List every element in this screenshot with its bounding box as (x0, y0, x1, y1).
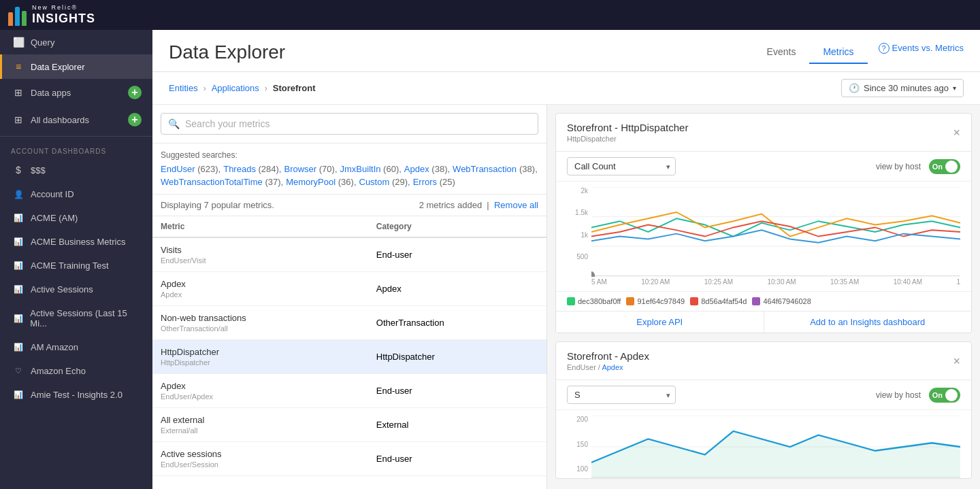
apdex-svg (591, 416, 960, 478)
table-row[interactable]: ApdexApdex Apdex (152, 272, 546, 306)
toggle-view-by-host[interactable]: On (929, 159, 960, 174)
tab-events[interactable]: Events (753, 41, 810, 64)
suggestion-memorypool[interactable]: MemoryPool (36), (286, 177, 356, 187)
time-filter[interactable]: 🕐 Since 30 minutes ago ▾ (841, 79, 964, 97)
sidebar-item-acme-business[interactable]: 📊 ACME Business Metrics (0, 230, 152, 254)
sidebar-item-active-sessions[interactable]: 📊 Active Sessions (0, 277, 152, 301)
logo-bar-1 (8, 12, 13, 26)
split-view: 🔍 Suggested searches: EndUser (623), Thr… (152, 105, 980, 489)
all-dashboards-icon: ⊞ (13, 114, 24, 125)
apdex-subtitle-link[interactable]: Apdex (602, 363, 623, 371)
legend-label: dec380baf0ff (578, 297, 621, 305)
sidebar-item-all-dashboards[interactable]: ⊞ All dashboards + (0, 106, 152, 133)
chart-footer: Explore API Add to an Insights dashboard (556, 311, 971, 333)
sidebar-item-amazon-echo[interactable]: ♡ Amazon Echo (0, 359, 152, 383)
sidebar-item-acme-am[interactable]: 📊 ACME (AM) (0, 206, 152, 230)
sidebar-item-am-amazon[interactable]: 📊 AM Amazon (0, 335, 152, 359)
time-filter-label: Since 30 minutes ago (864, 83, 949, 93)
sidebar-item-label: Data apps (31, 88, 71, 98)
clock-icon: 🕐 (849, 83, 860, 93)
search-bar: 🔍 (152, 105, 546, 144)
suggestion-apdex[interactable]: Apdex (38), (404, 164, 450, 174)
sidebar-item-active-sessions-15[interactable]: 📊 Active Sessions (Last 15 Mi... (0, 301, 152, 335)
sidebar-item-data-explorer[interactable]: ≡ Data Explorer (0, 54, 152, 79)
search-input-wrap: 🔍 (161, 113, 538, 135)
logo-bars (8, 4, 27, 26)
apdex-metric-select[interactable]: S (567, 386, 676, 404)
view-by-host-label: view by host (876, 162, 921, 171)
breadcrumb-entities[interactable]: Entities (169, 83, 198, 93)
suggested-searches: Suggested searches: EndUser (623), Threa… (152, 144, 546, 195)
sidebar-item-label: Query (31, 37, 54, 48)
apdex-y-labels: 200 150 100 (567, 416, 591, 473)
sidebar: ⬜ Query ≡ Data Explorer ⊞ Data apps + ⊞ … (0, 30, 152, 489)
metric-select[interactable]: Call Count (567, 157, 676, 175)
suggestion-browser[interactable]: Browser (70), (284, 164, 337, 174)
suggested-label: Suggested searches: (161, 150, 538, 160)
suggestion-webtransaction[interactable]: WebTransaction (453, 164, 517, 174)
help-icon: ? (879, 43, 889, 54)
sidebar-item-query[interactable]: ⬜ Query (0, 30, 152, 54)
sidebar-item-label: Account ID (31, 189, 74, 199)
sidebar-item-amie-test[interactable]: 📊 Amie Test - Insights 2.0 (0, 383, 152, 407)
display-text: Displaying 7 popular metrics. (161, 200, 274, 210)
sidebar-item-dollar[interactable]: $ $$$ (0, 158, 152, 182)
close-apdex-button[interactable]: × (953, 355, 960, 367)
apdex-select-wrap: S (567, 386, 676, 404)
col-category: Category (368, 216, 546, 237)
sidebar-item-label: ACME Training Test (31, 260, 109, 271)
svg-marker-8 (591, 431, 960, 477)
query-icon: ⬜ (13, 37, 24, 48)
breadcrumb-applications[interactable]: Applications (212, 83, 259, 93)
suggestion-enduser[interactable]: EndUser (623), (161, 164, 220, 174)
help-link[interactable]: ? Events vs. Metrics (879, 43, 964, 62)
table-row[interactable]: VisitsEndUser/Visit End-user (152, 237, 546, 272)
sidebar-item-label: $$$ (31, 165, 46, 175)
acme-training-icon: 📊 (13, 261, 24, 270)
chart-controls: Call Count view by host On (556, 152, 971, 182)
sidebar-item-label: ACME (AM) (31, 213, 78, 223)
toggle-apdex[interactable]: On (929, 388, 960, 403)
suggestion-jmxbuiltin[interactable]: JmxBuiltIn (60), (340, 164, 402, 174)
page-title: Data Explorer (169, 41, 285, 63)
sidebar-item-acme-training[interactable]: 📊 ACME Training Test (0, 254, 152, 277)
tab-metrics[interactable]: Metrics (809, 41, 867, 64)
sidebar-item-label: Active Sessions (Last 15 Mi... (30, 308, 142, 328)
col-metric: Metric (152, 216, 368, 237)
search-input[interactable] (185, 118, 531, 129)
sidebar-item-account-id[interactable]: 👤 Account ID (0, 182, 152, 206)
explore-api-button[interactable]: Explore API (556, 311, 764, 333)
table-row[interactable]: All externalExternal/all External (152, 408, 546, 442)
remove-all-button[interactable]: Remove all (494, 200, 538, 210)
sidebar-item-data-apps[interactable]: ⊞ Data apps + (0, 79, 152, 106)
suggestion-threads[interactable]: Threads (284), (223, 164, 281, 174)
suggestion-custom[interactable]: Custom (29), (359, 177, 410, 187)
add-dashboard-button[interactable]: + (128, 113, 142, 127)
suggestion-webtransactiontotaltime[interactable]: WebTransactionTotalTime (37), (161, 177, 283, 187)
active-sessions-icon: 📊 (13, 285, 24, 294)
breadcrumb-storefront: Storefront (273, 83, 316, 93)
svg-point-4 (591, 271, 595, 277)
chevron-down-icon: ▾ (953, 84, 956, 92)
data-explorer-icon: ≡ (13, 61, 24, 72)
chart-y-labels: 2k 1.5k 1k 500 (567, 187, 591, 260)
table-row[interactable]: ApdexEndUser/Apdex End-user (152, 374, 546, 408)
toggle-knob-apdex (945, 389, 958, 401)
table-row[interactable]: HttpDispatcherHttpDispatcher HttpDispatc… (152, 340, 546, 374)
add-to-insights-button[interactable]: Add to an Insights dashboard (764, 311, 972, 333)
toggle-label-apdex: On (932, 391, 943, 399)
chart-card-apdex: Storefront - Apdex EndUser / Apdex × S (555, 341, 972, 479)
breadcrumb-sep-1: › (203, 84, 206, 93)
metrics-added: 2 metrics added | Remove all (419, 200, 538, 210)
chart-card-httpdispatcher: Storefront - HttpDispatcher HttpDispatch… (555, 113, 972, 333)
suggestion-errors[interactable]: Errors (25) (413, 177, 455, 187)
table-row[interactable]: Active sessionsEndUser/Session End-user (152, 442, 546, 476)
table-row[interactable]: Non-web transactionsOtherTransaction/all… (152, 306, 546, 340)
account-icon: 👤 (13, 190, 24, 199)
page-header: Data Explorer Events Metrics ? Events vs… (152, 30, 980, 72)
chart-area: 2k 1.5k 1k 500 (556, 182, 971, 277)
add-data-apps-button[interactable]: + (128, 86, 142, 99)
sidebar-item-label: All dashboards (31, 115, 89, 125)
legend-label: 464f67946028 (763, 297, 811, 305)
close-chart-button[interactable]: × (953, 127, 960, 139)
